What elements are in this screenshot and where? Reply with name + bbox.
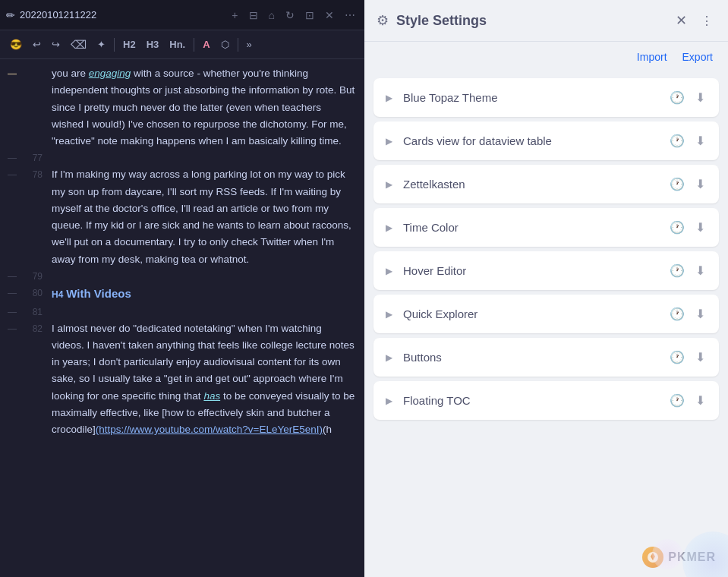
line-number: 82 bbox=[24, 320, 49, 336]
line-row: — 79 bbox=[0, 268, 364, 285]
settings-item-zettelkasten[interactable]: ▶ Zettelkasten 🕐 ⬇ bbox=[373, 165, 719, 203]
photo-btn[interactable]: ⊡ bbox=[302, 8, 317, 23]
item-actions: 🕐 ⬇ bbox=[668, 348, 707, 366]
settings-item-cards-view[interactable]: ▶ Cards view for dataview table 🕐 ⬇ bbox=[373, 121, 719, 160]
marker-btn[interactable]: ✦ bbox=[93, 36, 109, 52]
settings-actions: Import Export bbox=[364, 42, 728, 72]
line-number: 79 bbox=[24, 268, 49, 284]
expand-arrow-icon: ▶ bbox=[386, 309, 392, 320]
reset-button[interactable]: 🕐 bbox=[668, 348, 686, 366]
item-label: Cards view for dataview table bbox=[403, 134, 660, 147]
import-button[interactable]: Import bbox=[634, 49, 670, 65]
item-label: Floating TOC bbox=[403, 394, 660, 407]
item-label: Buttons bbox=[403, 351, 660, 364]
expand-arrow-icon: ▶ bbox=[386, 352, 392, 363]
expand-arrow-icon: ▶ bbox=[386, 93, 392, 103]
line-row: — 78 If I'm making my way across a long … bbox=[0, 166, 364, 268]
reset-button[interactable]: 🕐 bbox=[668, 305, 686, 323]
settings-item-time-color[interactable]: ▶ Time Color 🕐 ⬇ bbox=[373, 208, 719, 247]
split-view-btn[interactable]: ⊟ bbox=[246, 8, 261, 23]
separator-2 bbox=[194, 38, 194, 52]
emoji-btn[interactable]: 😎 bbox=[6, 36, 26, 52]
line-row: — 82 I almost never do "dedicated noteta… bbox=[0, 320, 364, 439]
erase-btn[interactable]: ⌫ bbox=[67, 36, 90, 54]
fold-indicator[interactable]: — bbox=[0, 268, 24, 284]
home-btn[interactable]: ⌂ bbox=[266, 8, 278, 23]
reset-button[interactable]: 🕐 bbox=[668, 219, 686, 236]
line-number: 81 bbox=[24, 304, 49, 320]
highlight-btn[interactable]: ⬡ bbox=[217, 36, 233, 52]
line-number: 77 bbox=[24, 150, 49, 166]
fold-indicator[interactable]: — bbox=[0, 150, 24, 166]
settings-item-floating-toc[interactable]: ▶ Floating TOC 🕐 ⬇ bbox=[373, 381, 719, 420]
editor-content[interactable]: — you are engaging with a source - wheth… bbox=[0, 59, 364, 577]
item-actions: 🕐 ⬇ bbox=[668, 392, 707, 409]
pkmer-logo-icon bbox=[642, 547, 663, 568]
separator-1 bbox=[114, 38, 115, 52]
tab-bar: ✏ 20220101211222 + ⊟ ⌂ ↻ ⊡ ✕ ⋯ bbox=[0, 0, 364, 30]
editor-toolbar: 😎 ↩ ↪ ⌫ ✦ H2 H3 Hn. A ⬡ » bbox=[0, 30, 364, 59]
h3-btn[interactable]: H3 bbox=[143, 36, 163, 52]
line-row: — 77 bbox=[0, 150, 364, 166]
line-text[interactable]: If I'm making my way across a long parki… bbox=[49, 166, 364, 268]
hn-btn[interactable]: Hn. bbox=[165, 36, 189, 52]
text-color-btn[interactable]: A bbox=[199, 36, 213, 52]
more-options-icon[interactable]: ⋮ bbox=[698, 11, 716, 31]
expand-arrow-icon: ▶ bbox=[386, 136, 392, 147]
line-row: — 80 H4With Videos bbox=[0, 285, 364, 304]
settings-list: ▶ Blue Topaz Theme 🕐 ⬇ ▶ Cards view for … bbox=[364, 72, 728, 577]
item-label: Time Color bbox=[403, 221, 660, 234]
reset-button[interactable]: 🕐 bbox=[668, 392, 686, 409]
expand-arrow-icon: ▶ bbox=[386, 179, 392, 190]
settings-item-blue-topaz[interactable]: ▶ Blue Topaz Theme 🕐 ⬇ bbox=[373, 78, 719, 117]
add-tab-btn[interactable]: + bbox=[228, 8, 241, 23]
line-text[interactable]: I almost never do "dedicated notetaking"… bbox=[49, 320, 364, 439]
separator-3 bbox=[238, 38, 238, 52]
fold-indicator[interactable]: — bbox=[0, 320, 24, 336]
download-button[interactable]: ⬇ bbox=[694, 175, 707, 193]
reset-button[interactable]: 🕐 bbox=[668, 262, 686, 279]
fold-indicator[interactable]: — bbox=[0, 285, 24, 301]
line-number bbox=[24, 65, 49, 67]
download-button[interactable]: ⬇ bbox=[694, 348, 707, 366]
close-button[interactable]: ✕ bbox=[673, 9, 690, 32]
line-number: 78 bbox=[24, 166, 49, 182]
download-button[interactable]: ⬇ bbox=[694, 219, 707, 236]
settings-item-hover-editor[interactable]: ▶ Hover Editor 🕐 ⬇ bbox=[373, 251, 719, 290]
line-row: — 81 bbox=[0, 304, 364, 320]
redo-btn[interactable]: ↪ bbox=[48, 36, 64, 52]
download-button[interactable]: ⬇ bbox=[694, 392, 707, 409]
pkmer-text: PKMER bbox=[668, 550, 716, 564]
settings-item-buttons[interactable]: ▶ Buttons 🕐 ⬇ bbox=[373, 338, 719, 377]
item-actions: 🕐 ⬇ bbox=[668, 132, 707, 150]
download-button[interactable]: ⬇ bbox=[694, 89, 707, 106]
download-button[interactable]: ⬇ bbox=[694, 305, 707, 323]
pkmer-watermark: PKMER bbox=[642, 547, 716, 568]
undo-btn[interactable]: ↩ bbox=[29, 36, 45, 52]
fold-indicator[interactable]: — bbox=[0, 304, 24, 320]
close-tab-btn[interactable]: ✕ bbox=[322, 8, 337, 23]
left-panel: ✏ 20220101211222 + ⊟ ⌂ ↻ ⊡ ✕ ⋯ 😎 ↩ ↪ ⌫ ✦… bbox=[0, 0, 364, 577]
line-text[interactable]: you are engaging with a source - whether… bbox=[49, 65, 364, 150]
download-button[interactable]: ⬇ bbox=[694, 132, 707, 150]
reset-button[interactable]: 🕐 bbox=[668, 132, 686, 150]
h2-btn[interactable]: H2 bbox=[119, 36, 140, 52]
line-text[interactable]: H4With Videos bbox=[49, 285, 364, 304]
fold-indicator[interactable]: — bbox=[0, 166, 24, 182]
refresh-btn[interactable]: ↻ bbox=[282, 8, 298, 23]
more-options-btn[interactable]: ⋯ bbox=[342, 8, 358, 23]
export-button[interactable]: Export bbox=[679, 49, 716, 65]
item-actions: 🕐 ⬇ bbox=[668, 219, 707, 236]
download-button[interactable]: ⬇ bbox=[694, 262, 707, 279]
item-actions: 🕐 ⬇ bbox=[668, 89, 707, 106]
tab-title: 20220101211222 bbox=[20, 9, 224, 20]
item-actions: 🕐 ⬇ bbox=[668, 305, 707, 323]
expand-arrow-icon: ▶ bbox=[386, 396, 392, 406]
item-label: Zettelkasten bbox=[403, 178, 660, 191]
settings-item-quick-explorer[interactable]: ▶ Quick Explorer 🕐 ⬇ bbox=[373, 295, 719, 333]
reset-button[interactable]: 🕐 bbox=[668, 175, 686, 193]
fold-indicator[interactable]: — bbox=[0, 65, 24, 81]
item-label: Blue Topaz Theme bbox=[403, 91, 660, 104]
reset-button[interactable]: 🕐 bbox=[668, 89, 686, 106]
more-toolbar-btn[interactable]: » bbox=[243, 36, 256, 52]
